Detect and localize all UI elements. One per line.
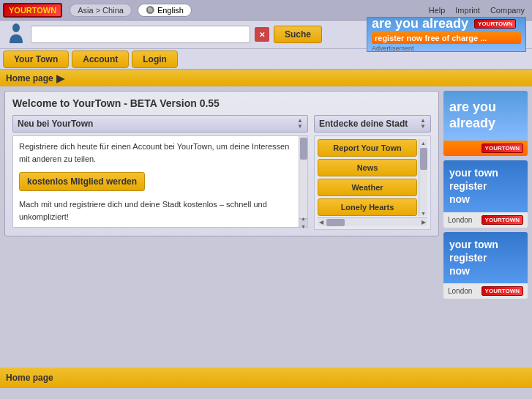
footer: Home page — [0, 368, 532, 388]
main-content: Welcome to YourTown - BETA Version 0.55 … — [0, 86, 532, 365]
right-panel: Entdecke deine Stadt ▲ ▼ Report Your Tow… — [314, 115, 431, 230]
left-panel-p2: Mach mit und registriere dich und deine … — [19, 198, 301, 223]
right-panel-hscrollbar[interactable]: ◀ ▶ — [318, 217, 427, 226]
scroll-bottom-arrows: ▲ ▼ — [299, 218, 307, 227]
ad-banner: are you already YOURTOWN register now fr… — [367, 17, 526, 52]
left-panel-p1: Registriere dich heute für einen Account… — [19, 141, 301, 165]
clear-button[interactable]: ✕ — [255, 27, 269, 42]
footer-text[interactable]: Home page — [6, 373, 53, 383]
ad2-logo: YOURTOWN — [482, 215, 523, 225]
left-panel-scrollbar[interactable]: ▲ ▼ — [299, 136, 307, 227]
sidebar-ad2: your town register now London YOURTOWN — [443, 160, 528, 228]
person-icon — [8, 23, 24, 46]
ad1-text: are you already — [449, 100, 496, 131]
right-scroll-down-icon[interactable]: ▼ — [420, 124, 426, 130]
login-button[interactable]: Login — [132, 51, 178, 68]
ad2-bottom: London YOURTOWN — [443, 212, 528, 228]
ad3-top: your town register now — [443, 232, 528, 284]
ad2-text: your town register now — [449, 166, 522, 206]
logo[interactable]: YOURTOWN — [3, 3, 62, 18]
right-panel-inner: Report Your Town News Weather Lonely Hea… — [318, 139, 427, 216]
person-icon-area — [6, 23, 26, 46]
left-panel-title: Neu bei YourTown — [18, 119, 93, 129]
ad-logo-inline: YOURTOWN — [474, 19, 516, 29]
company-link[interactable]: Company — [490, 6, 525, 15]
ad-sub-text: Advertisement — [372, 45, 521, 52]
scroll-down-small-icon[interactable]: ▼ — [301, 223, 306, 231]
welcome-box: Welcome to YourTown - BETA Version 0.55 … — [4, 91, 439, 236]
ad3-bottom: London YOURTOWN — [443, 283, 528, 299]
rp-scroll-up-icon[interactable]: ▲ — [421, 141, 426, 146]
ad3-logo: YOURTOWN — [482, 286, 523, 296]
left-panel: Neu bei YourTown ▲ ▼ Registriere dich he… — [12, 115, 308, 230]
discover-buttons: Report Your Town News Weather Lonely Hea… — [318, 139, 417, 216]
breadcrumb-nav[interactable]: Asia > China — [70, 4, 132, 17]
weather-button[interactable]: Weather — [318, 179, 417, 196]
news-button[interactable]: News — [318, 159, 417, 176]
breadcrumb-arrow-icon: ▶ — [56, 72, 64, 84]
logo-text2: TOWN — [32, 6, 56, 15]
search-input[interactable] — [31, 26, 250, 43]
ad1-top: are you already — [443, 91, 528, 141]
top-links: Help Imprint Company — [429, 6, 532, 15]
rp-scroll-thumb — [420, 148, 427, 170]
breadcrumb-label[interactable]: Home page — [6, 73, 53, 83]
h-scroll-right-icon[interactable]: ▶ — [420, 219, 427, 225]
rp-scroll-down-icon[interactable]: ▼ — [421, 211, 426, 216]
h-scroll-thumb — [326, 219, 345, 226]
ad-top-text: are you already — [372, 17, 468, 31]
h-scroll-left-icon[interactable]: ◀ — [318, 219, 325, 225]
right-panel-scrollbar[interactable]: ▲ ▼ — [419, 139, 427, 216]
left-panel-header: Neu bei YourTown ▲ ▼ — [12, 115, 308, 133]
left-content: Welcome to YourTown - BETA Version 0.55 … — [4, 91, 439, 360]
ad1-bottom: YOURTOWN — [443, 141, 528, 156]
breadcrumb-area: Asia > China — [70, 4, 132, 17]
ad2-top: your town register now — [443, 160, 528, 212]
flag-icon: 🔘 — [146, 6, 154, 14]
report-town-button[interactable]: Report Your Town — [318, 139, 417, 157]
sidebar-ad3: your town register now London YOURTOWN — [443, 232, 528, 299]
scroll-thumb — [300, 138, 307, 160]
logo-text1: YOUR — [9, 6, 32, 15]
ad3-text: your town register now — [449, 238, 522, 278]
sidebar: are you already YOURTOWN your town regis… — [443, 91, 528, 360]
lonely-hearts-button[interactable]: Lonely Hearts — [318, 198, 417, 216]
welcome-title: Welcome to YourTown - BETA Version 0.55 — [12, 97, 431, 109]
logo-area: YOURTOWN — [0, 3, 65, 18]
your-town-button[interactable]: Your Town — [3, 51, 69, 68]
language-label: English — [157, 6, 184, 15]
sidebar-ad1: are you already YOURTOWN — [443, 91, 528, 156]
help-link[interactable]: Help — [429, 6, 446, 15]
svg-point-0 — [12, 23, 20, 32]
content-panels: Neu bei YourTown ▲ ▼ Registriere dich he… — [12, 115, 431, 230]
register-link-button[interactable]: kostenlos Mitglied werden — [19, 172, 145, 191]
left-panel-content: Registriere dich heute für einen Account… — [12, 135, 308, 228]
ad2-city: London — [448, 216, 472, 224]
account-button[interactable]: Account — [72, 51, 129, 68]
right-panel-header: Entdecke deine Stadt ▲ ▼ — [314, 115, 431, 133]
search-button[interactable]: Suche — [274, 26, 322, 43]
lang-area: 🔘 English — [138, 4, 192, 17]
left-panel-scroll-arrows: ▲ ▼ — [297, 118, 303, 130]
language-button[interactable]: 🔘 English — [138, 4, 192, 17]
scroll-up-small-icon[interactable]: ▲ — [301, 215, 306, 223]
ad3-city: London — [448, 287, 472, 295]
right-panel-scroll-arrows: ▲ ▼ — [420, 118, 426, 130]
right-panel-content: Report Your Town News Weather Lonely Hea… — [314, 135, 431, 230]
ad-orange-bar: register now free of charge ... — [372, 32, 521, 44]
page-breadcrumb: Home page ▶ — [0, 70, 532, 86]
scroll-down-icon[interactable]: ▼ — [297, 124, 303, 130]
imprint-link[interactable]: Imprint — [455, 6, 480, 15]
ad1-logo: YOURTOWN — [482, 143, 523, 153]
right-panel-title: Entdecke deine Stadt — [319, 119, 408, 129]
search-bar: ✕ Suche are you already YOURTOWN registe… — [0, 20, 532, 48]
